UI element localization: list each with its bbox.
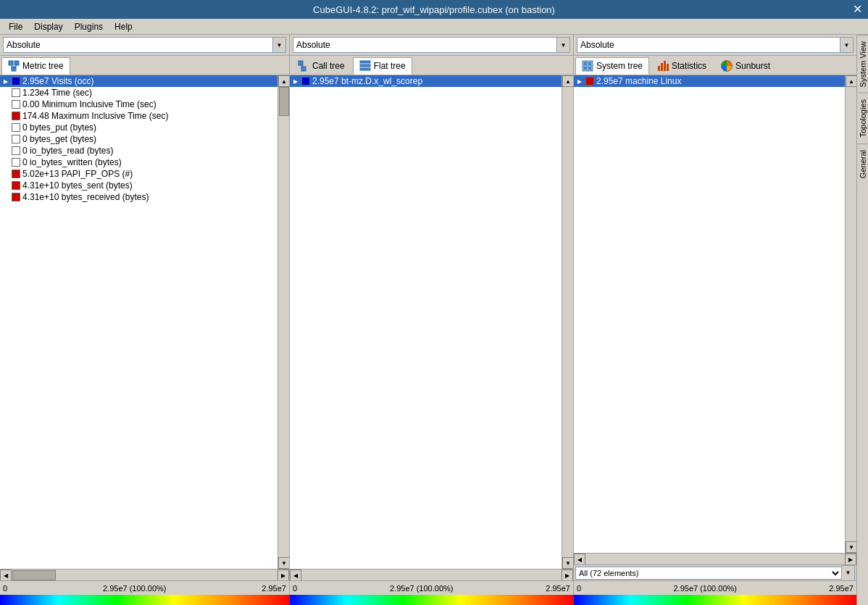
left-dropdown-row: Absolute ▼ xyxy=(0,35,289,56)
right-dropdown[interactable]: Absolute xyxy=(577,37,840,53)
scroll-down-btn-right[interactable]: ▼ xyxy=(846,541,856,553)
svg-rect-10 xyxy=(360,68,370,70)
menu-file[interactable]: File xyxy=(3,20,28,33)
tab-statistics-label: Statistics xyxy=(672,61,706,71)
left-tree-inner[interactable]: ▶ 2.95e7 Visits (occ) 1.23e4 Time (sec) … xyxy=(0,75,277,569)
tab-flat-tree-label: Flat tree xyxy=(374,61,406,71)
close-button[interactable]: ✕ xyxy=(853,4,862,15)
menu-plugins[interactable]: Plugins xyxy=(69,20,109,33)
statistics-icon xyxy=(657,60,669,72)
left-dropdown-arrow[interactable]: ▼ xyxy=(273,37,286,53)
color-indicator-1 xyxy=(12,77,20,85)
item-label-mid-1: 2.95e7 bt-mz.D.x_wl_scorep xyxy=(312,76,422,86)
right-dropdown-arrow[interactable]: ▼ xyxy=(840,37,854,53)
sidebar-tab-system-view[interactable]: System View xyxy=(857,35,868,93)
scroll-track-mid xyxy=(562,87,573,557)
svg-rect-19 xyxy=(667,64,669,71)
checkbox-2[interactable] xyxy=(12,88,20,97)
menubar: File Display Plugins Help xyxy=(0,19,868,35)
item-label-2: 1.23e4 Time (sec) xyxy=(22,88,92,98)
middle-dropdown[interactable]: Absolute xyxy=(293,37,557,53)
middle-tree-item-1[interactable]: ▶ 2.95e7 bt-mz.D.x_wl_scorep xyxy=(290,75,562,87)
left-tree-item-9[interactable]: 5.02e+13 PAPI_FP_OPS (#) xyxy=(0,168,277,180)
gradient-bar-right xyxy=(574,595,856,605)
sidebar-general-label: General xyxy=(859,150,867,178)
tab-system-tree[interactable]: System tree xyxy=(575,57,649,75)
all-elements-arrow[interactable]: ▼ xyxy=(842,565,855,581)
right-dropdown-row: Absolute ▼ xyxy=(574,35,856,56)
hscroll-left-btn-left[interactable]: ◀ xyxy=(0,569,12,580)
expand-icon-mid-1[interactable]: ▶ xyxy=(291,77,300,85)
scroll-up-btn-right[interactable]: ▲ xyxy=(846,75,856,87)
system-tree-icon xyxy=(582,60,593,72)
left-dropdown[interactable]: Absolute xyxy=(3,37,273,53)
main-layout: Absolute ▼ xyxy=(0,35,868,605)
right-tree-inner[interactable]: ▶ 2.95e7 machine Linux xyxy=(574,75,845,553)
left-tree-item-2[interactable]: 1.23e4 Time (sec) xyxy=(0,87,277,99)
tab-call-tree-label: Call tree xyxy=(312,61,345,71)
left-panel: Absolute ▼ xyxy=(0,35,290,595)
scroll-down-btn-mid[interactable]: ▼ xyxy=(562,557,573,569)
hscroll-left-btn-mid[interactable]: ◀ xyxy=(290,569,301,580)
checkbox-5[interactable] xyxy=(12,123,20,132)
mid-val-center: 2.95e7 (100.00%) xyxy=(390,584,453,593)
hscroll-left-btn-right[interactable]: ◀ xyxy=(574,554,585,564)
tab-metric-tree[interactable]: Metric tree xyxy=(1,57,70,75)
left-hscroll: ◀ ▶ xyxy=(0,569,289,580)
checkbox-7[interactable] xyxy=(12,146,20,155)
svg-rect-15 xyxy=(588,67,591,70)
middle-tree-inner[interactable]: ▶ 2.95e7 bt-mz.D.x_wl_scorep xyxy=(290,75,562,569)
left-scrollbar-v: ▲ ▼ xyxy=(277,75,289,569)
middle-dropdown-arrow[interactable]: ▼ xyxy=(557,37,570,53)
color-indicator-9 xyxy=(12,170,20,178)
scroll-up-btn-mid[interactable]: ▲ xyxy=(562,75,573,87)
all-panels: Absolute ▼ xyxy=(0,35,856,605)
expand-icon-right-1[interactable]: ▶ xyxy=(575,77,584,85)
hscroll-right-btn-mid[interactable]: ▶ xyxy=(562,569,573,580)
menu-display[interactable]: Display xyxy=(28,20,68,33)
checkbox-6[interactable] xyxy=(12,135,20,143)
left-tree-item-11[interactable]: 4.31e+10 bytes_received (bytes) xyxy=(0,191,277,203)
tab-call-tree[interactable]: Call tree xyxy=(291,57,351,75)
left-val-center: 2.95e7 (100.00%) xyxy=(103,584,166,593)
left-tree-item-1[interactable]: ▶ 2.95e7 Visits (occ) xyxy=(0,75,277,87)
scroll-thumb-left[interactable] xyxy=(279,87,289,116)
tab-sunburst[interactable]: Sunburst xyxy=(714,57,777,75)
expand-icon-1[interactable]: ▶ xyxy=(1,77,10,85)
left-tree-item-10[interactable]: 4.31e+10 bytes_sent (bytes) xyxy=(0,180,277,191)
item-label-5: 0 bytes_put (bytes) xyxy=(22,122,96,133)
left-tree-item-4[interactable]: 174.48 Maximum Inclusive Time (sec) xyxy=(0,110,277,122)
tab-flat-tree[interactable]: Flat tree xyxy=(353,57,412,75)
item-label-6: 0 bytes_get (bytes) xyxy=(22,134,96,144)
checkbox-8[interactable] xyxy=(12,158,20,167)
left-tree-item-5[interactable]: 0 bytes_put (bytes) xyxy=(0,122,277,133)
hscroll-right-btn-left[interactable]: ▶ xyxy=(277,569,289,580)
hscroll-thumb-left[interactable] xyxy=(12,570,56,580)
titlebar: CubeGUI-4.8.2: prof_wif_wipapi/profile.c… xyxy=(0,0,868,19)
menu-help[interactable]: Help xyxy=(109,20,138,33)
left-val-left: 0 xyxy=(3,584,7,593)
all-elements-select[interactable]: All (72 elements) xyxy=(575,567,842,580)
hscroll-track-left xyxy=(12,569,277,580)
left-tree-item-3[interactable]: 0.00 Minimum Inclusive Time (sec) xyxy=(0,99,277,110)
middle-tab-bar: Call tree Flat tree xyxy=(290,56,573,75)
right-tree-item-1[interactable]: ▶ 2.95e7 machine Linux xyxy=(574,75,845,87)
hscroll-right-btn-right[interactable]: ▶ xyxy=(845,554,856,564)
hscroll-track-mid xyxy=(301,569,562,580)
left-tree-item-6[interactable]: 0 bytes_get (bytes) xyxy=(0,133,277,145)
panels-row: Absolute ▼ xyxy=(0,35,856,595)
tab-statistics[interactable]: Statistics xyxy=(651,57,713,75)
right-val-right: 2.95e7 xyxy=(829,584,854,593)
checkbox-3[interactable] xyxy=(12,100,20,109)
scroll-up-btn-left[interactable]: ▲ xyxy=(278,75,289,87)
item-label-right-1: 2.95e7 machine Linux xyxy=(596,76,681,86)
scroll-down-btn-left[interactable]: ▼ xyxy=(278,557,289,569)
left-tree-item-8[interactable]: 0 io_bytes_written (bytes) xyxy=(0,157,277,168)
left-tree-item-7[interactable]: 0 io_bytes_read (bytes) xyxy=(0,145,277,157)
sidebar-tab-general[interactable]: General xyxy=(857,143,868,184)
svg-rect-16 xyxy=(658,66,660,71)
svg-rect-0 xyxy=(9,61,13,65)
sidebar-tab-topologies[interactable]: Topologies xyxy=(857,93,868,143)
middle-panel: Absolute ▼ xyxy=(290,35,574,595)
sidebar-system-view-label: System View xyxy=(859,41,867,87)
